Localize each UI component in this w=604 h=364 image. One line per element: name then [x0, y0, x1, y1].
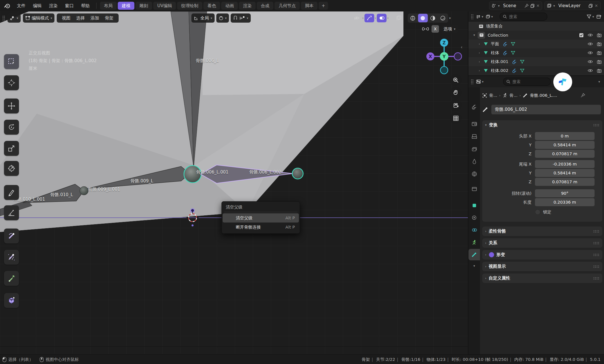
tool-move[interactable]	[4, 99, 19, 113]
properties-search-input[interactable]	[512, 79, 548, 84]
menu-file[interactable]: 文件	[13, 3, 29, 9]
field-tail-x[interactable]: -0.20336 m	[535, 160, 595, 168]
menu-item-disconnect-bone[interactable]: 断开骨骼连接 Alt P	[223, 223, 299, 232]
outliner-display-mode-button[interactable]: ▾	[486, 14, 493, 19]
menu-render[interactable]: 渲染	[45, 3, 61, 9]
workspace-tab-texpaint[interactable]: 纹理绘制	[177, 2, 202, 10]
header-grip[interactable]	[2, 15, 5, 21]
tab-constraints[interactable]	[468, 212, 480, 223]
shading-material-button[interactable]	[428, 14, 438, 22]
gizmo-x-neg-axis[interactable]	[454, 53, 462, 60]
panel-deform[interactable]: › 形变	[482, 250, 602, 259]
visibility-button[interactable]	[352, 14, 362, 22]
tool-measure[interactable]	[4, 205, 19, 220]
properties-editor-type-button[interactable]: ▾	[476, 79, 484, 84]
camera-visibility-icon[interactable]	[597, 51, 602, 55]
workspace-tab-shading[interactable]: 着色	[203, 2, 220, 10]
outliner-editor-type-button[interactable]: ▾	[476, 14, 483, 19]
tab-bone-active[interactable]	[468, 249, 480, 260]
mode-selector[interactable]: 编辑模式 ▾	[23, 13, 55, 23]
row-object-cylinder-002[interactable]: › 柱体.002	[468, 66, 604, 75]
field-roll[interactable]: 90°	[535, 189, 595, 197]
modifier-wrench-icon[interactable]	[503, 51, 508, 55]
panel-viewport-display[interactable]: ›视图显示	[482, 262, 602, 271]
panel-drag-grip[interactable]	[593, 253, 599, 256]
modifier-wrench-icon[interactable]	[512, 60, 517, 64]
tab-tool[interactable]	[468, 101, 480, 113]
workspace-add-button[interactable]: +	[319, 2, 328, 10]
field-tail-z[interactable]: 0.070817 m	[535, 178, 595, 186]
tab-physics[interactable]	[468, 224, 480, 236]
modifier-wrench-icon[interactable]	[503, 42, 508, 46]
proportional-edit-button[interactable]: ▾	[216, 13, 229, 23]
row-scene-collection[interactable]: 场景集合	[468, 22, 604, 31]
overlays-dropdown[interactable]: ▾	[387, 16, 389, 20]
shading-rendered-button[interactable]	[438, 14, 448, 22]
tool-envelope[interactable]	[4, 250, 19, 265]
region-collapse-chevron[interactable]: ‹	[461, 45, 462, 50]
new-collection-button[interactable]	[596, 14, 602, 19]
navigation-gizmo[interactable]: Z X Y	[425, 38, 463, 75]
snap-target-icon[interactable]	[240, 16, 245, 21]
workspace-tab-layout[interactable]: 布局	[100, 2, 117, 10]
menu-item-clear-parent[interactable]: 清空父级 Alt P	[223, 213, 299, 223]
tool-select-box[interactable]	[4, 54, 19, 69]
bone-name-field[interactable]: 骨骼.006_L.002	[491, 105, 601, 115]
outliner-search-input[interactable]	[509, 14, 544, 19]
workspace-tab-scripting[interactable]: 脚本	[301, 2, 317, 10]
field-head-y[interactable]: 0.58414 m	[535, 141, 595, 149]
lock-toggle[interactable]	[535, 209, 540, 215]
row-object-plane[interactable]: › 平面	[468, 40, 604, 48]
breadcrumb-object[interactable]: 骨...	[489, 93, 497, 98]
gizmos-toggle[interactable]	[364, 14, 374, 22]
panel-drag-grip[interactable]	[593, 124, 599, 127]
outliner-grip[interactable]	[471, 14, 474, 19]
mesh-data-icon[interactable]	[520, 68, 525, 73]
hide-eye-icon[interactable]	[588, 33, 593, 37]
tool-cursor[interactable]	[4, 75, 19, 90]
panel-drag-grip[interactable]	[593, 230, 599, 233]
mesh-data-icon[interactable]	[520, 60, 525, 64]
gizmo-z-neg-axis[interactable]	[440, 66, 448, 74]
shading-wireframe-button[interactable]	[408, 14, 418, 22]
hide-eye-icon[interactable]	[588, 51, 593, 55]
blender-logo-icon[interactable]	[4, 3, 10, 9]
properties-options-chevron[interactable]: ▾	[598, 80, 600, 84]
overlays-toggle[interactable]	[377, 14, 387, 22]
row-collection[interactable]: ▾ Collection	[468, 31, 604, 40]
pan-button[interactable]	[450, 87, 462, 99]
options-button[interactable]: 选项▾	[441, 25, 458, 33]
menu-help[interactable]: 帮助	[77, 3, 93, 9]
camera-view-button[interactable]	[450, 99, 462, 111]
properties-search[interactable]	[503, 78, 551, 86]
hide-eye-icon[interactable]	[588, 60, 593, 64]
xray-toggle[interactable]	[394, 14, 404, 22]
orientation-selector[interactable]: 全局 ▾	[191, 13, 215, 23]
tool-extrude-cursor[interactable]	[4, 293, 19, 308]
workspace-tab-animation[interactable]: 动画	[221, 2, 238, 10]
tab-viewlayer[interactable]	[468, 143, 480, 155]
breadcrumb-bone[interactable]: 骨骼.006_L....	[530, 93, 557, 98]
field-length[interactable]: 0.20336 m	[535, 198, 595, 206]
visibility-dropdown[interactable]: ▾	[362, 16, 364, 20]
properties-grip[interactable]	[471, 79, 474, 84]
tool-scale[interactable]	[4, 141, 19, 156]
overlay-app-logo[interactable]	[553, 72, 572, 91]
tool-extrude[interactable]	[4, 271, 19, 286]
mesh-data-icon[interactable]	[511, 51, 515, 55]
remove-viewlayer-icon[interactable]: ✕	[595, 3, 598, 8]
joint-tail-selected[interactable]	[292, 168, 303, 179]
pin-id-icon[interactable]	[581, 93, 585, 98]
tab-scene[interactable]	[468, 156, 480, 167]
workspace-tab-sculpt[interactable]: 雕刻	[136, 2, 152, 10]
tabs-overflow-chevron[interactable]: ▾	[468, 263, 480, 269]
row-object-cylinder-001[interactable]: › 柱体.001	[468, 57, 604, 66]
field-tail-y[interactable]: 0.58414 m	[535, 169, 595, 177]
deform-checkbox[interactable]	[489, 252, 494, 257]
camera-visibility-icon[interactable]	[597, 42, 602, 46]
tab-object-data-armature[interactable]	[468, 237, 480, 248]
panel-drag-grip[interactable]	[593, 242, 599, 245]
camera-visibility-icon[interactable]	[597, 33, 602, 37]
panel-custom-properties[interactable]: ›自定义属性	[482, 274, 602, 283]
workspace-tab-modeling[interactable]: 建模	[118, 2, 134, 10]
